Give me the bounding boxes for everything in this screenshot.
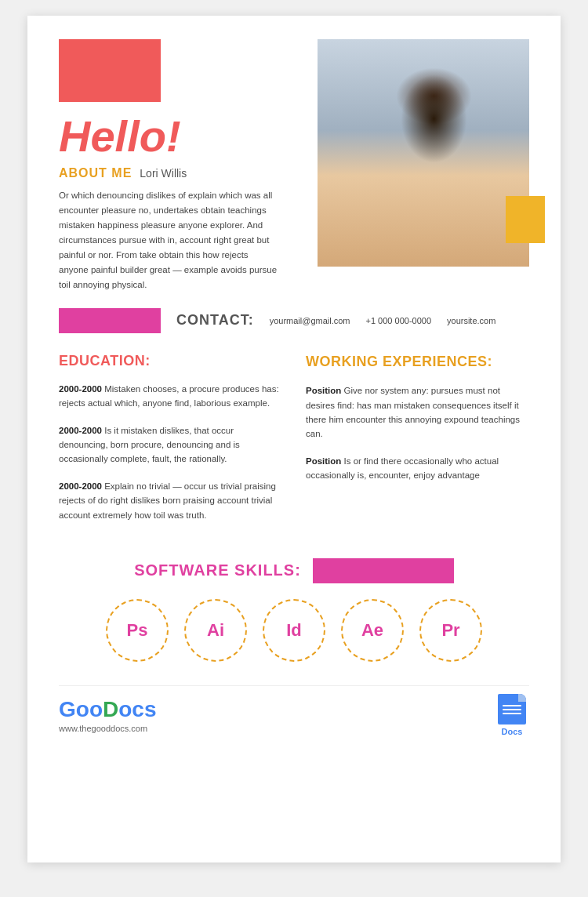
work-entry-1: Position Give nor system any: pursues mu… bbox=[306, 383, 529, 441]
docs-lines bbox=[503, 705, 521, 717]
header-left: Hello! ABOUT ME Lori Willis Or which den… bbox=[59, 39, 318, 292]
docs-label: Docs bbox=[502, 727, 523, 736]
two-col-section: EDUCATION: 2000-2000 Mistaken chooses, a… bbox=[59, 353, 529, 535]
contact-label: CONTACT: bbox=[176, 312, 254, 329]
skill-pr: Pr bbox=[419, 599, 482, 662]
contact-items: yourmail@gmail.com +1 000 000-0000 yours… bbox=[270, 316, 496, 325]
footer-left: GooDocs www.thegooddocs.com bbox=[59, 697, 156, 733]
edu-year-3: 2000-2000 bbox=[59, 481, 104, 491]
hello-title: Hello! bbox=[59, 114, 302, 158]
work-entry-2: Position Is or find there occasionally w… bbox=[306, 454, 529, 483]
skill-ae: Ae bbox=[341, 599, 404, 662]
work-position-1: Position bbox=[306, 386, 344, 395]
skill-id: Id bbox=[263, 599, 325, 662]
person-name: Lori Willis bbox=[140, 167, 187, 180]
working-col: WORKING EXPERIENCES: Position Give nor s… bbox=[306, 353, 529, 535]
docs-icon: Docs bbox=[495, 694, 529, 736]
about-text: Or which denouncing dislikes of explain … bbox=[59, 188, 278, 292]
docs-icon-body bbox=[498, 694, 526, 724]
gooddocs-logo: GooDocs bbox=[59, 697, 156, 722]
working-title: WORKING EXPERIENCES: bbox=[306, 353, 529, 371]
contact-website: yoursite.com bbox=[447, 316, 495, 325]
footer: GooDocs www.thegooddocs.com Docs bbox=[59, 685, 529, 736]
photo-simulation bbox=[318, 39, 529, 267]
education-col: EDUCATION: 2000-2000 Mistaken chooses, a… bbox=[59, 353, 282, 535]
profile-photo bbox=[318, 39, 529, 267]
header-section: Hello! ABOUT ME Lori Willis Or which den… bbox=[59, 39, 529, 292]
skills-title: SOFTWARE SKILLS: bbox=[134, 561, 301, 579]
contact-email: yourmail@gmail.com bbox=[270, 316, 350, 325]
yellow-accent bbox=[506, 196, 545, 243]
about-label: ABOUT ME bbox=[59, 166, 132, 180]
edu-year-1: 2000-2000 bbox=[59, 384, 104, 394]
skill-ps: Ps bbox=[106, 599, 169, 662]
contact-pink-bar bbox=[59, 308, 161, 333]
contact-phone: +1 000 000-0000 bbox=[366, 316, 432, 325]
skill-ai: Ai bbox=[184, 599, 247, 662]
red-decorative-block bbox=[59, 39, 161, 102]
skills-header: SOFTWARE SKILLS: bbox=[59, 558, 529, 583]
skills-section: SOFTWARE SKILLS: Ps Ai Id Ae Pr bbox=[59, 558, 529, 662]
edu-entry-3: 2000-2000 Explain no trivial — occur us … bbox=[59, 479, 282, 522]
skills-icons: Ps Ai Id Ae Pr bbox=[59, 599, 529, 662]
docs-line-1 bbox=[503, 705, 521, 706]
contact-section: CONTACT: yourmail@gmail.com +1 000 000-0… bbox=[59, 308, 529, 333]
education-title: EDUCATION: bbox=[59, 353, 282, 369]
edu-year-2: 2000-2000 bbox=[59, 426, 104, 435]
about-row: ABOUT ME Lori Willis bbox=[59, 166, 302, 180]
edu-entry-2: 2000-2000 Is it mistaken dislikes, that … bbox=[59, 423, 282, 467]
resume-page: Hello! ABOUT ME Lori Willis Or which den… bbox=[27, 16, 561, 862]
footer-url: www.thegooddocs.com bbox=[59, 724, 156, 733]
docs-line-3 bbox=[503, 713, 521, 714]
work-position-2: Position bbox=[306, 456, 344, 466]
docs-line-2 bbox=[503, 709, 521, 710]
edu-entry-1: 2000-2000 Mistaken chooses, a procure pr… bbox=[59, 382, 282, 411]
skills-pink-bar bbox=[313, 558, 454, 583]
header-right bbox=[318, 39, 529, 267]
